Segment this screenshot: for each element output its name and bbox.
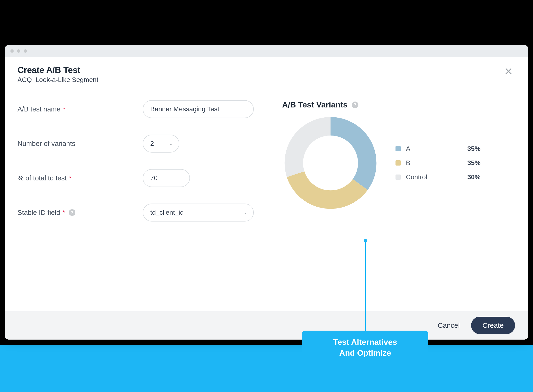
- required-asterisk: *: [69, 174, 71, 182]
- select-value: 2: [150, 140, 154, 147]
- num-variants-select[interactable]: 2 ⌄: [143, 135, 179, 153]
- pct-total-input[interactable]: 70: [143, 169, 190, 187]
- dialog-window: Create A/B Test ACQ_Look-a-Like Segment …: [5, 45, 528, 340]
- legend-item: Control 30%: [396, 173, 481, 181]
- select-value: td_client_id: [150, 209, 184, 216]
- traffic-light-dot[interactable]: [17, 49, 20, 53]
- swatch-icon: [396, 146, 401, 151]
- legend-value: 35%: [467, 145, 481, 153]
- swatch-icon: [396, 160, 401, 166]
- callout-connector: [365, 241, 366, 333]
- chevron-down-icon: ⌄: [169, 141, 173, 146]
- create-button[interactable]: Create: [471, 317, 515, 334]
- dialog-title: Create A/B Test: [18, 65, 98, 75]
- label-text: Stable ID field: [18, 209, 60, 217]
- label-text: % of total to test: [18, 174, 67, 182]
- form-column: A/B test name* Banner Messaging Test Num…: [18, 100, 268, 238]
- required-asterisk: *: [63, 209, 65, 216]
- bottom-blue-band: [0, 345, 533, 392]
- field-stable-id: Stable ID field* ? td_client_id ⌄: [18, 204, 268, 221]
- label-test-name: A/B test name*: [18, 105, 143, 113]
- legend-label: A: [406, 145, 467, 153]
- label-stable-id: Stable ID field* ?: [18, 209, 143, 217]
- label-text: A/B test name: [18, 105, 61, 113]
- traffic-light-dot[interactable]: [24, 49, 27, 53]
- heading-text: A/B Test Variants: [282, 100, 348, 109]
- chart-and-legend: A 35% B 35% Control 30%: [282, 115, 515, 211]
- close-icon[interactable]: ✕: [502, 65, 515, 78]
- label-num-variants: Number of variants: [18, 140, 143, 148]
- help-icon[interactable]: ?: [69, 209, 75, 216]
- legend-value: 35%: [467, 159, 481, 167]
- donut-svg: [282, 115, 379, 211]
- legend-item: A 35%: [396, 145, 481, 153]
- variants-heading: A/B Test Variants ?: [282, 100, 515, 109]
- legend-label: B: [406, 159, 467, 167]
- swatch-icon: [396, 174, 401, 180]
- variants-column: A/B Test Variants ?: [282, 100, 515, 238]
- dialog-content: Create A/B Test ACQ_Look-a-Like Segment …: [5, 57, 528, 311]
- callout-text-2: And Optimize: [313, 348, 417, 359]
- label-text: Number of variants: [18, 140, 75, 148]
- chevron-down-icon: ⌄: [244, 210, 247, 215]
- dialog-footer: Cancel Create: [5, 311, 528, 340]
- field-test-name: A/B test name* Banner Messaging Test: [18, 100, 268, 118]
- label-pct-total: % of total to test*: [18, 174, 143, 182]
- dialog-subtitle: ACQ_Look-a-Like Segment: [18, 76, 98, 84]
- top-black-band: [0, 0, 533, 45]
- test-name-input[interactable]: Banner Messaging Test: [143, 100, 254, 118]
- window-titlebar: [5, 45, 528, 57]
- field-pct-total: % of total to test* 70: [18, 169, 268, 187]
- traffic-light-dot[interactable]: [10, 49, 14, 53]
- help-icon[interactable]: ?: [352, 102, 358, 108]
- input-value: Banner Messaging Test: [150, 105, 219, 113]
- chart-legend: A 35% B 35% Control 30%: [396, 145, 481, 181]
- input-value: 70: [150, 174, 158, 182]
- legend-value: 30%: [467, 173, 481, 181]
- field-num-variants: Number of variants 2 ⌄: [18, 135, 268, 153]
- cancel-button[interactable]: Cancel: [438, 321, 460, 329]
- donut-chart: [282, 115, 379, 211]
- callout-text-1: Test Alternatives: [313, 337, 417, 348]
- stable-id-select[interactable]: td_client_id ⌄: [143, 204, 254, 221]
- required-asterisk: *: [63, 106, 65, 113]
- legend-label: Control: [406, 173, 467, 181]
- legend-item: B 35%: [396, 159, 481, 167]
- callout-label: Test Alternatives And Optimize: [302, 331, 428, 365]
